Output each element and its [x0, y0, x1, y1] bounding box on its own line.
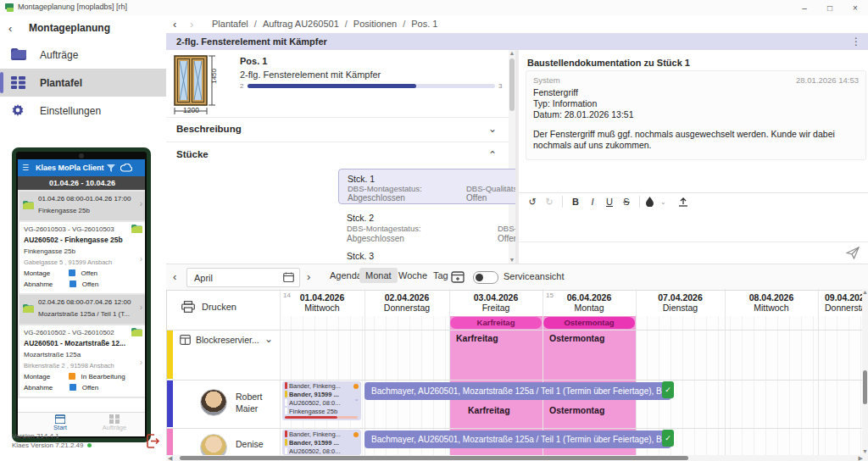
breadcrumb-forward-button[interactable]: ›	[190, 18, 193, 31]
bold-button[interactable]: B	[567, 197, 584, 207]
italic-button[interactable]: I	[584, 197, 601, 207]
breadcrumb-item-positionen[interactable]: Positionen	[353, 19, 397, 29]
redo-icon: ↻	[545, 197, 553, 207]
chevron-right-icon: ›	[140, 303, 142, 312]
sidebar-item-auftraege[interactable]: Aufträge	[0, 41, 166, 69]
event-text: Bachmayer, AU260501, Mozartstraße 125a /…	[371, 386, 671, 396]
scroll-right-icon[interactable]: ▶	[859, 455, 863, 461]
next-month-button[interactable]: ›	[307, 270, 310, 283]
maximize-button[interactable]: □	[817, 0, 843, 15]
order-address: Birkenstraße 2 , 91598 Ansbach	[24, 362, 130, 369]
section-label: Beschreibung	[176, 124, 242, 134]
font-color-icon[interactable]	[646, 197, 654, 207]
scrollbar-thumb[interactable]	[863, 370, 867, 404]
day-header-0904[interactable]: 09.04.2026 Donnerstag	[818, 289, 862, 316]
stueck-row-1[interactable]: Stck. 1 Bau-100-101 DBS-Montagestatus: D…	[338, 169, 515, 204]
scroll-up-icon[interactable]: ▲	[509, 50, 515, 57]
day-date: 09.04.2026	[825, 292, 862, 303]
folder-icon	[23, 304, 34, 313]
send-icon[interactable]	[846, 247, 860, 259]
phone-card-order-1[interactable]: VG-26010503 - VG-26010503 AU260502 - Fin…	[19, 222, 145, 293]
check-icon: ✓	[665, 434, 671, 442]
timeblock-range: 01.04.26 08:00-01.04.26 17:00	[38, 195, 136, 203]
sidebar: ‹ Montageplanung Aufträge Plantafel Eins…	[0, 15, 167, 461]
chevron-down-icon[interactable]: ⌄	[353, 395, 359, 403]
position-number: Pos. 1	[240, 56, 267, 66]
day-date: 01.04.2026	[280, 292, 364, 303]
phone-nav-start[interactable]: Start	[43, 414, 77, 431]
breadcrumb-item-plantafel[interactable]: Plantafel	[212, 19, 248, 29]
phone-card-timeblock-2[interactable]: 02.04.26 08:00-07.04.26 12:00 Mozartstra…	[19, 295, 145, 324]
mini-event-card-robert[interactable]: Bander, Finkeng... Bander, 91599 ... AU2…	[282, 381, 361, 420]
underline-button[interactable]: U	[601, 197, 618, 207]
redo-button[interactable]: ↻	[541, 197, 558, 208]
sidebar-item-einstellungen[interactable]: Einstellungen	[0, 97, 166, 125]
scrollbar-thumb[interactable]	[180, 456, 688, 460]
timeblock-site: Finkengasse 25b	[38, 207, 131, 214]
maximize-icon: □	[827, 3, 832, 13]
minimize-icon: –	[802, 3, 807, 13]
abnahme-label: Abnahme	[24, 384, 53, 392]
day-header-0204[interactable]: 02.04.2026 Donnerstag	[364, 289, 449, 316]
day-header-0804[interactable]: 08.04.2026 Mittwoch	[725, 289, 818, 316]
scroll-left-icon[interactable]: ◀	[168, 455, 172, 461]
day-header-0704[interactable]: 07.04.2026 Dienstag	[636, 289, 725, 316]
logout-icon[interactable]	[146, 434, 160, 448]
strikethrough-button[interactable]: S	[618, 197, 635, 207]
prev-month-button[interactable]: ‹	[173, 270, 176, 283]
phone-card-timeblock-1[interactable]: 01.04.26 08:00-01.04.26 17:00 Finkengass…	[19, 192, 145, 220]
upload-icon[interactable]	[678, 197, 688, 207]
month-picker[interactable]: April	[186, 268, 300, 287]
scroll-down-icon[interactable]: ▼	[862, 448, 868, 455]
phone-date-range-bar[interactable]: 01.04.26 - 10.04.26	[18, 176, 145, 190]
breadcrumb-back-button[interactable]: ‹	[173, 18, 176, 31]
comment-editor[interactable]	[519, 210, 868, 241]
phone-nav-auftraege[interactable]: Aufträge	[96, 414, 133, 431]
dimension-width: 1200	[183, 106, 199, 114]
event-bachmayer-robert[interactable]: Bachmayer, AU260501, Mozartstraße 125a /…	[364, 382, 671, 400]
phone-appbar: ☰ Klaes MoPla Client	[18, 159, 145, 176]
holiday-label: Ostermontag	[549, 333, 604, 343]
warning-dot-icon	[353, 432, 359, 437]
day-header-0304[interactable]: 03.04.2026 Freitag	[449, 289, 542, 316]
section-stuecke[interactable]: Stücke ⌃	[166, 142, 509, 166]
stueck-row-3[interactable]: Stck. 3 Bau-100-103	[338, 250, 515, 264]
cloud-sync-icon[interactable]	[120, 164, 132, 172]
breadcrumb-item-auftrag[interactable]: Auftrag AU260501	[263, 19, 339, 29]
print-button[interactable]: Drucken	[181, 301, 236, 313]
sidebar-back-button[interactable]: ‹	[8, 22, 12, 35]
scheduler-horizontal-scrollbar[interactable]: ◀ ▶	[166, 455, 868, 461]
scrollbar-thumb[interactable]	[509, 58, 515, 111]
phone-card-order-2[interactable]: VG-26010502 - VG-26010502 AU260501 - Moz…	[19, 325, 145, 397]
stueck-row-2[interactable]: Stck. 2 Bau-100-102 DBS-Montagestatus: D…	[338, 210, 515, 246]
status-inprogress-icon	[69, 373, 75, 380]
montage-status: In Bearbeitung	[81, 373, 125, 380]
view-tag-button[interactable]: Tag	[427, 268, 454, 283]
timeblock-site: Mozartstraße 125a / Teil 1 (T...	[38, 310, 133, 318]
goto-date-icon[interactable]	[451, 270, 465, 283]
filter-icon[interactable]	[107, 164, 115, 172]
event-text: Bachmayer, AU260501, Mozartstraße 125a /…	[371, 435, 671, 444]
day-header-0104[interactable]: 01.04.2026 Mittwoch	[280, 289, 364, 316]
order-site: Finkengasse 25b	[24, 247, 125, 255]
order-title: AU260501 - Mozartstraße 12...	[24, 339, 141, 347]
service-view-toggle[interactable]	[473, 271, 498, 284]
close-button[interactable]: ×	[843, 0, 868, 15]
mini-event-card-denise[interactable]: Bander, Finkeng... Bander, 91599 ... AU2…	[282, 430, 361, 455]
scroll-up-icon[interactable]: ▲	[862, 289, 868, 296]
day-date: 08.04.2026	[725, 292, 818, 303]
menu-icon[interactable]: ☰	[22, 164, 29, 172]
sidebar-item-plantafel[interactable]: Plantafel	[0, 69, 166, 97]
kebab-menu-button[interactable]: ⋮	[851, 36, 861, 47]
view-monat-button[interactable]: Monat	[359, 268, 398, 283]
scheduler-vertical-scrollbar[interactable]: ▲ ▼	[862, 289, 868, 455]
minimize-button[interactable]: –	[792, 0, 817, 15]
section-beschreibung[interactable]: Beschreibung ⌄	[166, 117, 509, 140]
event-bachmayer-denise[interactable]: Bachmayer, AU260501, Mozartstraße 125a /…	[364, 430, 671, 448]
chevron-down-icon[interactable]: ⌄	[264, 333, 273, 345]
bold-icon: B	[572, 197, 579, 207]
breadcrumb-item-pos1[interactable]: Pos. 1	[411, 19, 437, 29]
font-color-dropdown[interactable]: ⌄	[660, 198, 666, 206]
undo-button[interactable]: ↺	[524, 197, 541, 208]
day-header-0604[interactable]: 06.04.2026 Montag	[542, 289, 636, 316]
